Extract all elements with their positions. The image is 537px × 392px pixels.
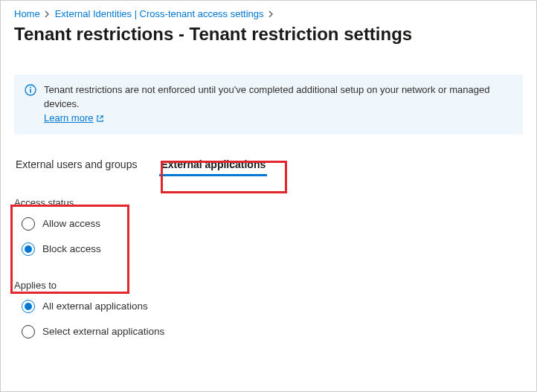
access-status-label: Access status — [14, 197, 523, 208]
breadcrumb-home[interactable]: Home — [14, 8, 40, 19]
info-banner-text: Tenant restrictions are not enforced unt… — [44, 84, 489, 109]
radio-icon — [22, 242, 35, 256]
page-title: Tenant restrictions - Tenant restriction… — [14, 24, 523, 45]
applies-to-label: Applies to — [14, 280, 523, 291]
svg-rect-2 — [30, 89, 31, 93]
radio-label: Allow access — [42, 218, 100, 229]
radio-label: Block access — [42, 243, 101, 254]
chevron-right-icon — [268, 10, 274, 18]
radio-label: Select external applications — [42, 326, 164, 337]
chevron-right-icon — [45, 10, 51, 18]
applies-to-group: All external applications Select externa… — [14, 300, 523, 338]
radio-select-external-applications[interactable]: Select external applications — [22, 325, 523, 338]
radio-allow-access[interactable]: Allow access — [22, 217, 523, 231]
radio-icon — [22, 300, 35, 313]
breadcrumb: Home External Identities | Cross-tenant … — [14, 8, 523, 19]
radio-icon — [22, 217, 35, 231]
tab-external-applications[interactable]: External applications — [159, 154, 267, 176]
info-banner: Tenant restrictions are not enforced unt… — [14, 74, 523, 135]
tab-external-users-groups[interactable]: External users and groups — [14, 154, 138, 176]
radio-label: All external applications — [42, 301, 148, 312]
breadcrumb-external-identities[interactable]: External Identities | Cross-tenant acces… — [55, 8, 264, 19]
access-status-group: Allow access Block access — [14, 217, 523, 256]
external-link-icon — [96, 115, 104, 123]
svg-point-1 — [30, 87, 31, 89]
info-icon — [25, 84, 36, 126]
radio-block-access[interactable]: Block access — [22, 242, 523, 256]
tabs: External users and groups External appli… — [14, 154, 523, 176]
learn-more-link[interactable]: Learn more — [44, 112, 104, 126]
radio-icon — [22, 325, 35, 338]
radio-all-external-applications[interactable]: All external applications — [22, 300, 523, 313]
